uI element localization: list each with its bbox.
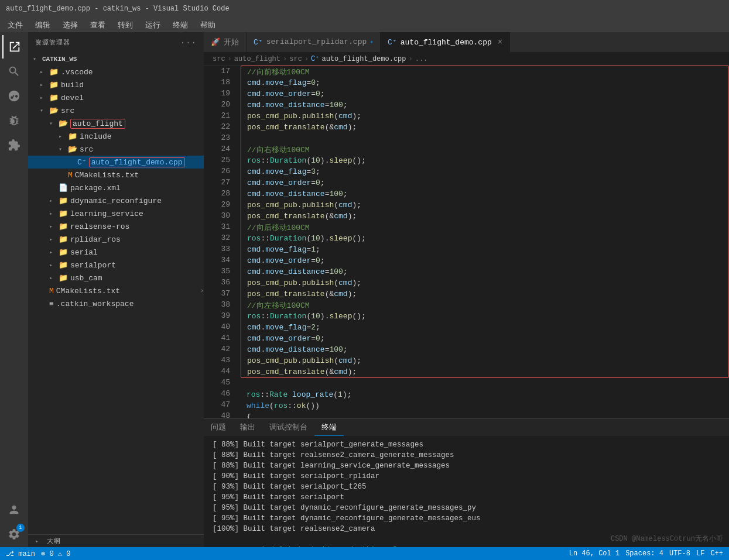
tree-label-cmake2: CMakeLists.txt <box>75 171 139 180</box>
menu-select[interactable]: 选择 <box>58 20 83 30</box>
menu-terminal[interactable]: 终端 <box>168 20 193 30</box>
outline-arrow-icon: ▸ <box>35 538 45 545</box>
tab-serialport[interactable]: C⁺ serialport_rplidar.cpp ● <box>247 32 381 52</box>
code-content[interactable]: //向前移动100CM cmd.move_flag=0; cmd.move_or… <box>236 66 729 418</box>
breadcrumb-src[interactable]: src <box>213 55 225 63</box>
tree-item-src2[interactable]: ▾ 📂 src <box>28 143 204 156</box>
serial-folder-icon: 📁 <box>59 248 68 257</box>
menu-bar: 文件 编辑 选择 查看 转到 运行 终端 帮助 <box>0 18 729 32</box>
menu-run[interactable]: 运行 <box>141 20 165 30</box>
tree-item-serial[interactable]: ▸ 📁 serial <box>28 246 204 259</box>
activity-debug-icon[interactable] <box>2 109 26 132</box>
tree-item-build[interactable]: ▸ 📁 build <box>28 78 204 91</box>
tree-label-cmake-root: CMakeLists.txt <box>56 287 120 296</box>
ln-25: 25 <box>215 154 230 166</box>
tree-item-catkin-ws[interactable]: ≡ .catkin_workspace <box>28 297 204 310</box>
activity-extensions-icon[interactable] <box>2 133 26 157</box>
tree-item-include[interactable]: ▸ 📁 include <box>28 130 204 143</box>
terminal-tab-output[interactable]: 输出 <box>233 418 262 436</box>
menu-file[interactable]: 文件 <box>3 20 28 30</box>
tree-item-serialport[interactable]: ▸ 📁 serialport <box>28 259 204 272</box>
usb-cam-arrow-icon: ▸ <box>49 274 59 281</box>
tree-label-demo: auto_flight_demo.cpp <box>89 157 185 167</box>
menu-view[interactable]: 查看 <box>85 20 110 30</box>
learning-folder-icon: 📁 <box>59 209 68 218</box>
activity-bar: 1 <box>0 32 28 547</box>
tree-item-devel[interactable]: ▸ 📁 devel <box>28 91 204 104</box>
sidebar-actions: ··· <box>180 38 197 47</box>
status-line-col[interactable]: Ln 46, Col 1 <box>569 549 620 558</box>
ln-48: 48 <box>215 410 230 418</box>
code-line-33: cmd.move_flag=1; <box>241 244 728 255</box>
tab-demo-close[interactable]: × <box>498 37 502 47</box>
auto-flight-folder-icon: 📂 <box>59 119 68 128</box>
breadcrumb-auto-flight[interactable]: auto_flight <box>234 55 280 63</box>
code-line-21: pos_cmd_pub.publish(cmd); <box>241 111 728 122</box>
breadcrumb-src2[interactable]: src <box>289 55 302 63</box>
code-line-27: cmd.move_order=0; <box>241 177 728 188</box>
tree-item-rplidar[interactable]: ▸ 📁 rplidar_ros <box>28 233 204 246</box>
status-spaces[interactable]: Spaces: 4 <box>625 549 663 558</box>
ln-42: 42 <box>215 343 230 355</box>
menu-help[interactable]: 帮助 <box>196 20 220 30</box>
tree-item-cmake2[interactable]: M CMakeLists.txt <box>28 169 204 181</box>
editor-area: 🚀 开始 C⁺ serialport_rplidar.cpp ● C⁺ auto… <box>204 32 729 547</box>
activity-search-icon[interactable] <box>2 60 26 83</box>
terminal-content[interactable]: [ 88%] Built target serialport_generate_… <box>204 437 729 547</box>
tree-label-ddynamic: ddynamic_reconfigure <box>70 197 162 205</box>
terminal-tab-debug[interactable]: 调试控制台 <box>262 418 314 436</box>
tree-item-auto-flight-demo[interactable]: C⁺ auto_flight_demo.cpp <box>28 156 204 169</box>
tree-item-ddynamic[interactable]: ▸ 📁 ddynamic_reconfigure <box>28 194 204 207</box>
menu-goto[interactable]: 转到 <box>113 20 138 30</box>
tab-start-icon: 🚀 <box>211 37 220 47</box>
src-folder-icon: 📂 <box>49 106 59 115</box>
tab-auto-flight-demo[interactable]: C⁺ auto_flight_demo.cpp × <box>381 32 510 52</box>
activity-explorer-icon[interactable] <box>2 35 26 59</box>
tree-item-package[interactable]: 📄 package.xml <box>28 181 204 194</box>
activity-settings-icon[interactable]: 1 <box>2 523 26 546</box>
code-line-43: pos_cmd_pub.publish(cmd); <box>241 355 728 366</box>
tree-item-learning[interactable]: ▸ 📁 learning_service <box>28 207 204 220</box>
tree-label-realsense: realsense-ros <box>70 222 129 231</box>
sidebar-new-file-btn[interactable]: ··· <box>180 38 197 47</box>
tree-root[interactable]: ▾ CATKIN_WS <box>28 53 204 66</box>
code-line-46: ros::Rate loop_rate(1); <box>236 389 729 400</box>
terminal-tab-problems[interactable]: 问题 <box>204 418 233 436</box>
terminal-line-1: [ 88%] Built target serialport_generate_… <box>213 439 720 450</box>
sidebar: 资源管理器 ··· ▾ CATKIN_WS ▸ 📁 .vscode ▸ 📁 bu… <box>28 32 204 547</box>
catkin-ws-file-icon: ≡ <box>49 300 54 308</box>
tree-item-cmake-root[interactable]: M CMakeLists.txt › <box>28 284 204 297</box>
breadcrumb-demo-file[interactable]: auto_flight_demo.cpp <box>321 55 406 63</box>
code-line-22: pos_cmd_translate(&cmd); <box>241 122 728 133</box>
status-lang[interactable]: C++ <box>710 549 723 558</box>
terminal-line-7: [ 95%] Built target dynamic_reconfigure_… <box>213 503 720 513</box>
activity-git-icon[interactable] <box>2 84 26 108</box>
terminal-tab-terminal[interactable]: 终端 <box>314 418 344 436</box>
code-line-34: cmd.move_order=0; <box>241 255 728 266</box>
tree-item-auto-flight[interactable]: ▾ 📂 auto_flight <box>28 117 204 130</box>
auto-flight-arrow-icon: ▾ <box>49 120 59 127</box>
watermark: CSDN @NamelessCotrun无名小哥 <box>611 534 723 544</box>
status-errors[interactable]: ⊗ 0 ⚠ 0 <box>41 549 70 558</box>
status-line-ending[interactable]: LF <box>696 549 704 558</box>
vscode-folder-icon: 📁 <box>49 67 59 77</box>
tree-item-src[interactable]: ▾ 📂 src <box>28 104 204 117</box>
outline-section[interactable]: ▸ 大纲 <box>28 534 204 547</box>
build-arrow-icon: ▸ <box>40 81 49 88</box>
breadcrumb-ellipsis[interactable]: ... <box>415 55 428 63</box>
menu-edit[interactable]: 编辑 <box>30 20 55 30</box>
code-line-18: cmd.move_flag=0; <box>241 77 728 88</box>
src2-folder-icon: 📂 <box>68 145 77 154</box>
status-git[interactable]: ⎇ main <box>6 549 35 558</box>
terminal-line-4: [ 90%] Built target serialport_rplidar <box>213 471 720 482</box>
activity-account-icon[interactable] <box>2 498 26 521</box>
tree-label-devel: devel <box>61 94 84 102</box>
tab-start[interactable]: 🚀 开始 <box>204 32 247 52</box>
status-encoding[interactable]: UTF-8 <box>669 549 690 558</box>
breadcrumb-sep4: › <box>409 55 413 63</box>
tree-item-usb-cam[interactable]: ▸ 📁 usb_cam <box>28 272 204 284</box>
tree-item-vscode[interactable]: ▸ 📁 .vscode <box>28 66 204 78</box>
tree-item-realsense[interactable]: ▸ 📁 realsense-ros <box>28 220 204 233</box>
ln-19: 19 <box>215 88 230 99</box>
ln-21: 21 <box>215 110 230 121</box>
